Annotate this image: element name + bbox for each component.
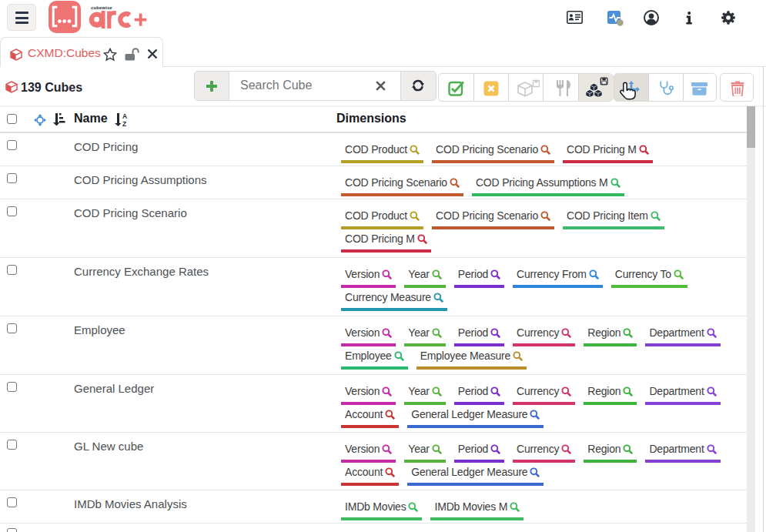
svg-text:A: A xyxy=(122,112,127,120)
svg-text:Z: Z xyxy=(122,120,126,128)
